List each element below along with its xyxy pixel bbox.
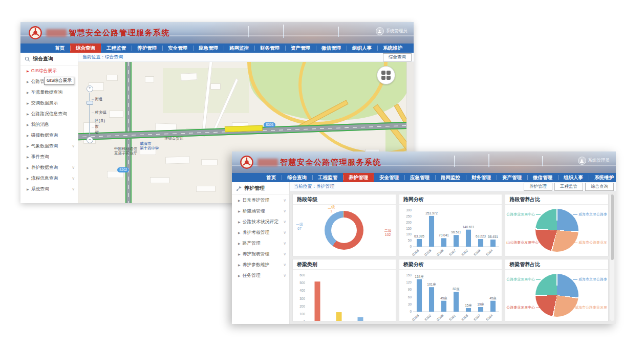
chevron-down-icon: ∨ xyxy=(283,198,286,203)
nav-item-5[interactable]: 应急管理 xyxy=(193,44,224,53)
main-nav: 首页综合查询工程监管养护管理安全管理应急管理路网监控财务管理资产管理微信管理组织… xyxy=(20,44,414,53)
nav-item-10[interactable]: 组织人事 xyxy=(347,44,377,53)
quick-tab-button-0[interactable]: 综合查询 xyxy=(383,53,412,61)
zoom-level-label[interactable]: 区(县) xyxy=(92,118,105,123)
sidebar-item-7[interactable]: ▶气象数据查询∨ xyxy=(20,141,78,151)
zoom-in-button[interactable]: + xyxy=(87,85,93,92)
panel-title: 桥梁分析 xyxy=(399,259,502,270)
nav-item-4[interactable]: 安全管理 xyxy=(162,44,193,53)
sidebar-item-6[interactable]: ▶养护参数维护∨ xyxy=(232,259,289,270)
content-scrollbar[interactable] xyxy=(610,194,614,321)
pie-slice-label: 威海市文登公路事 xyxy=(572,277,607,281)
pie-slice-label: 一级67 xyxy=(296,223,303,231)
sidebar-tooltip: GIS综合展示 xyxy=(44,77,74,85)
quick-tab-button-0[interactable]: 养护管理 xyxy=(524,183,552,191)
svg-text:63.385: 63.385 xyxy=(414,234,424,238)
user-menu[interactable]: 系统管理员 xyxy=(578,157,610,165)
redacted-logo-text xyxy=(46,29,67,37)
sidebar-item-3[interactable]: ▶养护考核管理∨ xyxy=(232,227,289,238)
chevron-down-icon: ∨ xyxy=(283,263,286,267)
zoom-level-label[interactable]: 街道 xyxy=(92,97,102,102)
nav-item-10[interactable]: 组织人事 xyxy=(558,173,589,182)
triangle-icon: ▶ xyxy=(27,112,29,116)
nav-item-6[interactable]: 路网监控 xyxy=(435,173,466,182)
nav-item-6[interactable]: 路网监控 xyxy=(224,44,254,53)
sidebar-item-6[interactable]: ▶碰撞数据查询 xyxy=(20,130,78,141)
redacted-logo-text xyxy=(257,159,278,166)
map-building xyxy=(145,76,154,82)
nav-item-5[interactable]: 应急管理 xyxy=(404,173,435,182)
nav-item-9[interactable]: 微信管理 xyxy=(527,173,558,182)
nav-item-11[interactable]: 系统维护 xyxy=(589,173,619,182)
zoom-level-label[interactable]: 省 xyxy=(92,130,99,135)
nav-item-3[interactable]: 养护管理 xyxy=(343,173,374,182)
svg-text:19座: 19座 xyxy=(477,302,484,306)
sidebar-item-2[interactable]: ▶车流量数据查询 xyxy=(20,87,78,98)
nav-item-8[interactable]: 资产管理 xyxy=(497,173,527,182)
sidebar-item-9[interactable]: ▶养护数据查询∨ xyxy=(20,162,78,173)
svg-text:134座: 134座 xyxy=(415,275,424,278)
sidebar-item-label: GIS综合展示 xyxy=(31,68,57,74)
nav-item-1[interactable]: 综合查询 xyxy=(70,44,101,53)
svg-text:96.511: 96.511 xyxy=(451,230,461,234)
triangle-icon: ▶ xyxy=(238,242,241,245)
nav-item-0[interactable]: 首页 xyxy=(261,173,282,182)
zoom-level-label[interactable]: 村乡镇 xyxy=(92,110,106,115)
sidebar-item-label: 路产管理 xyxy=(243,241,261,247)
sidebar-item-label: 碰撞数据查询 xyxy=(31,133,58,139)
sidebar-item-label: 桥隧涵管理 xyxy=(243,208,265,214)
map-building xyxy=(106,75,118,81)
nav-item-7[interactable]: 财务管理 xyxy=(466,173,497,182)
zoom-level-label[interactable]: 市 xyxy=(92,124,99,129)
donut-chart xyxy=(325,211,363,250)
svg-text:G228: G228 xyxy=(423,248,432,256)
sidebar-item-label: 车流量数据查询 xyxy=(31,90,63,96)
sidebar-item-label: 日常养护管理 xyxy=(243,198,270,204)
sidebar-item-2[interactable]: ▶公路技术状况评定∨ xyxy=(232,216,289,227)
nav-item-2[interactable]: 工程监管 xyxy=(312,173,343,182)
triangle-icon: ▶ xyxy=(27,187,29,191)
road-badge: S303 xyxy=(264,122,275,127)
sidebar-item-label: 我的消息 xyxy=(31,122,49,128)
bar-chart: 05010015020025030063.385G206253.972G2287… xyxy=(399,205,502,256)
nav-item-0[interactable]: 首页 xyxy=(49,44,70,53)
svg-text:500: 500 xyxy=(299,281,305,285)
app-banner: 智慧安全公路管理服务系统 系统管理员 xyxy=(20,22,414,44)
map-building xyxy=(181,73,198,81)
nav-item-8[interactable]: 资产管理 xyxy=(285,44,316,53)
svg-text:101座: 101座 xyxy=(427,282,436,286)
quick-tab-button-1[interactable]: 工程监管 xyxy=(554,183,583,191)
nav-item-3[interactable]: 养护管理 xyxy=(132,44,162,53)
sidebar-item-label: 任务管理 xyxy=(243,273,261,279)
sidebar-item-5[interactable]: ▶养护报表管理∨ xyxy=(232,249,289,259)
nav-item-1[interactable]: 综合查询 xyxy=(282,173,312,182)
user-menu[interactable]: 系统管理员 xyxy=(376,27,408,35)
nav-item-9[interactable]: 微信管理 xyxy=(316,44,347,53)
nav-item-4[interactable]: 安全管理 xyxy=(374,173,404,182)
triangle-icon: ▶ xyxy=(27,91,29,94)
quick-tab-button-2[interactable]: 综合查询 xyxy=(585,183,614,191)
sidebar-item-10[interactable]: ▶流程信息查询∨ xyxy=(20,173,78,184)
sidebar-item-7[interactable]: ▶任务管理∨ xyxy=(232,270,289,281)
sidebar-item-5[interactable]: ▶我的消息 xyxy=(20,119,78,130)
user-avatar-icon xyxy=(578,157,586,165)
sidebar-item-11[interactable]: ▶系统查询∨ xyxy=(20,184,78,194)
sidebar-item-8[interactable]: ▶事件查询 xyxy=(20,151,78,162)
nav-item-11[interactable]: 系统维护 xyxy=(377,44,408,53)
sidebar-item-label: 系统查询 xyxy=(31,186,49,192)
sidebar-item-3[interactable]: ▶交调数据展示 xyxy=(20,98,78,108)
panel-title: 桥梁管养占比 xyxy=(505,259,608,270)
sidebar-item-4[interactable]: ▶路产管理∨ xyxy=(232,238,289,249)
sidebar-item-0[interactable]: ▶GIS综合展示 xyxy=(20,66,78,76)
nav-item-2[interactable]: 工程监管 xyxy=(101,44,132,53)
sidebar-item-1[interactable]: ▶桥隧涵管理∨ xyxy=(232,206,289,216)
sidebar-item-0[interactable]: ▶日常养护管理∨ xyxy=(232,195,289,206)
triangle-icon: ▶ xyxy=(27,69,29,73)
triangle-icon: ▶ xyxy=(27,80,29,83)
nav-item-7[interactable]: 财务管理 xyxy=(254,44,285,53)
map-layers-grid-button[interactable] xyxy=(377,66,395,84)
app-banner: 智慧安全公路管理服务系统 系统管理员 xyxy=(232,151,616,173)
sidebar-item-4[interactable]: ▶公路路况信息查询 xyxy=(20,108,78,119)
sidebar-item-label: 事件查询 xyxy=(31,154,49,160)
zoom-out-button[interactable]: − xyxy=(87,137,93,143)
